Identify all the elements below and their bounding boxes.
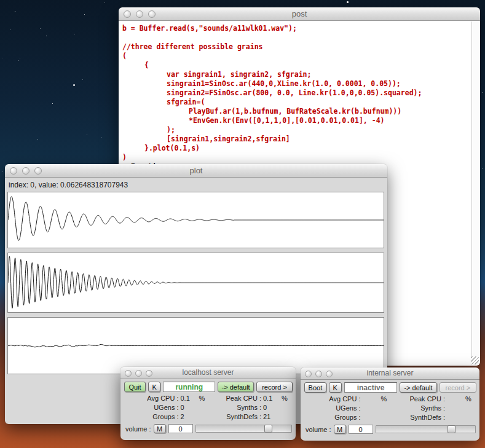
record-button[interactable]: record > (256, 382, 293, 392)
minimize-button-icon[interactable] (22, 167, 30, 175)
stat-label: Groups : (125, 413, 181, 421)
stat-label: SynthDefs : (390, 414, 448, 422)
volume-value-field[interactable]: 0 (349, 425, 373, 434)
server-stats: Avg CPU :0.1%Peak CPU :0.1%UGens :0Synth… (120, 394, 296, 422)
localhost-window-title: localhost server (182, 368, 234, 377)
quit-button[interactable]: Quit (124, 382, 146, 392)
plot-titlebar[interactable]: plot (5, 164, 387, 178)
kill-button[interactable]: K (329, 382, 342, 393)
code-line (122, 33, 470, 42)
post-scrollbar[interactable] (471, 22, 479, 356)
record-button[interactable]: record > (440, 382, 476, 393)
volume-slider-thumb[interactable] (264, 425, 272, 433)
stat-label: Avg CPU : (125, 395, 181, 403)
kill-button[interactable]: K (148, 382, 160, 392)
mute-button[interactable]: M (154, 424, 166, 433)
window-controls (10, 167, 42, 175)
server-button-row: Boot K inactive -> default record > (301, 380, 479, 395)
star-dot (18, 60, 18, 61)
star-dot (104, 2, 105, 3)
make-default-button[interactable]: -> default (218, 382, 254, 392)
boot-button[interactable]: Boot (304, 382, 326, 393)
star-dot (87, 135, 87, 135)
internal-window-title: internal server (366, 369, 413, 377)
localhost-server-window: localhost server Quit K running -> defau… (120, 367, 296, 440)
star-dot (482, 168, 483, 169)
localhost-server-body: Quit K running -> default record > Avg C… (120, 379, 296, 440)
volume-row: volume : M 0 (301, 422, 479, 434)
localhost-titlebar[interactable]: localhost server (120, 367, 296, 379)
window-controls (305, 371, 333, 377)
volume-slider[interactable] (195, 425, 292, 433)
stat-label: UGens : (125, 404, 181, 412)
zoom-button-icon[interactable] (34, 167, 42, 175)
star-dot (40, 28, 41, 29)
stat-unit (381, 414, 390, 422)
zoom-button-icon[interactable] (146, 370, 152, 377)
internal-server-body: Boot K inactive -> default record > Avg … (301, 380, 479, 441)
stat-value (447, 395, 465, 403)
server-status: inactive (344, 382, 398, 393)
stat-value (363, 404, 381, 412)
stat-value: 21 (263, 413, 282, 421)
minimize-button-icon[interactable] (315, 371, 322, 377)
stat-unit (381, 404, 390, 412)
code-line: b = Buffer.read(s,"sounds/a11wlk01.wav")… (122, 24, 470, 33)
waveform-panel-singrain1[interactable] (7, 192, 384, 248)
mute-button[interactable]: M (334, 425, 346, 434)
star-dot (15, 11, 15, 12)
stat-label: Synths : (390, 404, 448, 412)
make-default-button[interactable]: -> default (400, 382, 436, 393)
waveform-panel-sfgrain[interactable] (7, 317, 384, 374)
server-stat-row: Avg CPU :0.1%Peak CPU :0.1% (120, 394, 296, 403)
stat-value: 0.1 (263, 395, 282, 403)
post-titlebar[interactable]: post (119, 7, 480, 21)
code-line: { (122, 61, 470, 70)
server-stat-row: UGens :Synths : (301, 404, 479, 413)
resize-grip-icon[interactable] (471, 356, 479, 364)
internal-titlebar[interactable]: internal server (301, 367, 479, 380)
star-dot (10, 29, 10, 30)
minimize-button-icon[interactable] (135, 370, 142, 377)
stat-value: 0 (181, 404, 199, 412)
window-controls (124, 10, 156, 18)
waveform-singrain1 (8, 192, 384, 248)
volume-label: volume : (304, 426, 331, 433)
close-button-icon[interactable] (10, 167, 17, 175)
stat-unit (282, 413, 291, 421)
star-dot (483, 92, 483, 93)
stat-label: Avg CPU : (306, 395, 363, 403)
waveform-singrain2 (8, 253, 384, 312)
close-button-icon[interactable] (305, 371, 312, 377)
code-line: [singrain1,singrain2,sfgrain] (122, 135, 470, 144)
stat-unit: % (199, 395, 208, 403)
code-line: //three different possible grains (122, 42, 470, 52)
stat-label: Groups : (306, 414, 363, 422)
stat-value (447, 404, 465, 412)
code-line: ); (122, 125, 470, 135)
code-line: ) (122, 153, 470, 162)
stat-label: Peak CPU : (208, 395, 264, 403)
close-button-icon[interactable] (124, 10, 131, 18)
plot-index-value-readout: index: 0, value: 0.062648318707943 (5, 178, 387, 192)
waveform-panel-singrain2[interactable] (7, 253, 384, 313)
volume-slider[interactable] (376, 425, 476, 433)
zoom-button-icon[interactable] (148, 10, 156, 18)
star-dot (82, 79, 83, 80)
minimize-button-icon[interactable] (136, 10, 143, 18)
close-button-icon[interactable] (125, 370, 132, 377)
star-dot (52, 103, 53, 104)
stat-unit: % (465, 395, 475, 403)
server-stat-row: Groups :SynthDefs : (301, 413, 479, 422)
zoom-button-icon[interactable] (326, 371, 333, 377)
volume-slider-thumb[interactable] (448, 425, 455, 433)
star-dot (101, 137, 101, 138)
server-stats: Avg CPU :%Peak CPU :%UGens :Synths :Grou… (301, 395, 479, 422)
star-dot (46, 36, 47, 36)
stat-label: Peak CPU : (390, 395, 448, 403)
volume-value-field[interactable]: 0 (168, 424, 193, 433)
server-button-row: Quit K running -> default record > (120, 379, 296, 394)
stat-unit (199, 404, 208, 412)
stat-unit (465, 404, 475, 412)
stat-unit (199, 413, 208, 421)
